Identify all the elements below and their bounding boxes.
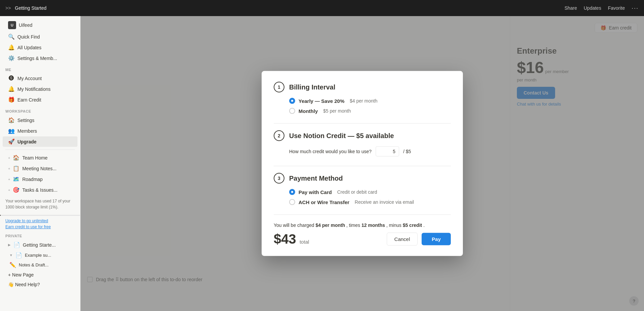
payment-ach-radio[interactable] xyxy=(289,199,295,205)
plus-icon2: + xyxy=(8,167,10,171)
summary-mid2: , minus xyxy=(386,223,403,228)
sidebar-item-team-home[interactable]: + 🏠 Team Home xyxy=(3,152,77,163)
sidebar-item-meeting-notes[interactable]: + 📋 Meeting Notes... xyxy=(3,163,77,174)
topbar-right: Share Updates Favorite ··· xyxy=(565,5,639,12)
summary-text: You will be charged $4 per month , times… xyxy=(274,222,451,229)
pay-button[interactable]: Pay xyxy=(422,233,451,245)
billing-monthly-radio[interactable] xyxy=(289,108,295,114)
total-label: total xyxy=(300,239,309,245)
payment-options: Pay with Card Credit or debit card ACH o… xyxy=(274,189,451,205)
favorite-button[interactable]: Favorite xyxy=(608,5,625,11)
sidebar-item-my-account[interactable]: 🅢 My Account xyxy=(3,73,77,83)
storage-progress xyxy=(0,215,80,216)
divider3 xyxy=(274,214,451,215)
workspace-name[interactable]: U Uifeed xyxy=(3,19,77,31)
sidebar-item-upgrade[interactable]: 🚀 Upgrade xyxy=(3,136,77,147)
summary-mid1: , times xyxy=(346,223,362,228)
step2-title: Use Notion Credit — $5 available xyxy=(289,132,394,139)
payment-ach-option[interactable]: ACH or Wire Transfer Receive an invoice … xyxy=(289,199,451,205)
sidebar-label-getting-started: Getting Starte... xyxy=(23,242,56,248)
updates-icon: 🔔 xyxy=(8,44,15,51)
page-title: Getting Started xyxy=(15,5,46,11)
payment-card-radio[interactable] xyxy=(289,189,295,195)
modal-actions: Cancel Pay xyxy=(387,233,451,246)
sidebar-label-my-account: My Account xyxy=(17,76,42,81)
home-icon: 🏠 xyxy=(8,117,15,123)
more-options-button[interactable]: ··· xyxy=(632,5,639,12)
sidebar-item-tasks[interactable]: + 🎯 Tasks & Issues... xyxy=(3,185,77,195)
triangle-icon2: ▼ xyxy=(9,253,13,257)
sidebar-label-members: Members xyxy=(17,128,37,134)
billing-options: Yearly — Save 20% $4 per month Monthly $… xyxy=(274,98,451,114)
workspace-label: Uifeed xyxy=(19,22,32,28)
sidebar-item-settings[interactable]: 🏠 Settings xyxy=(3,115,77,125)
sidebar-label-upgrade: Upgrade xyxy=(17,139,37,144)
account-icon: 🅢 xyxy=(8,75,15,81)
step1-title: Billing Interval xyxy=(289,83,335,91)
earn-credit-link[interactable]: Earn credit to use for free xyxy=(0,224,80,230)
billing-yearly-option[interactable]: Yearly — Save 20% $4 per month xyxy=(289,98,451,104)
billing-monthly-sub: $5 per month xyxy=(323,108,351,114)
sidebar-label-roadmap: Roadmap xyxy=(22,177,43,182)
step1-header: 1 Billing Interval xyxy=(274,82,451,92)
new-page-label: + New Page xyxy=(8,272,34,277)
updates-button[interactable]: Updates xyxy=(584,5,601,11)
rocket-icon: 🚀 xyxy=(8,138,15,145)
step1-circle: 1 xyxy=(274,82,284,92)
page-icon: 📄 xyxy=(13,242,20,248)
share-button[interactable]: Share xyxy=(565,5,577,11)
need-help-label: 👋 Need Help? xyxy=(8,282,40,287)
sidebar-label-meeting-notes: Meeting Notes... xyxy=(22,166,56,171)
step2-circle: 2 xyxy=(274,130,284,141)
divider xyxy=(5,149,75,150)
main-layout: U Uifeed 🔍 Quick Find 🔔 All Updates ⚙️ S… xyxy=(0,16,644,311)
roadmap-icon: 🗺️ xyxy=(13,176,19,182)
sidebar-item-roadmap[interactable]: + 🗺️ Roadmap xyxy=(3,174,77,184)
payment-card-sub: Credit or debit card xyxy=(337,189,377,195)
summary-credit: $5 credit xyxy=(403,223,422,228)
payment-ach-label: ACH or Wire Transfer xyxy=(299,199,350,205)
billing-yearly-sub: $4 per month xyxy=(350,98,378,104)
topbar: >> Getting Started Share Updates Favorit… xyxy=(0,0,644,16)
summary-prefix: You will be charged xyxy=(274,223,316,228)
sidebar-item-all-updates[interactable]: 🔔 All Updates xyxy=(3,42,77,53)
billing-monthly-label: Monthly xyxy=(299,108,318,114)
credit-question: How much credit would you like to use? xyxy=(289,149,372,154)
plus-icon: + xyxy=(8,156,10,160)
billing-monthly-option[interactable]: Monthly $5 per month xyxy=(289,108,451,114)
sidebar-label-my-notifications: My Notifications xyxy=(17,86,51,92)
payment-card-option[interactable]: Pay with Card Credit or debit card xyxy=(289,189,451,195)
sidebar-label-team-home: Team Home xyxy=(22,155,47,161)
cancel-button[interactable]: Cancel xyxy=(387,233,418,246)
billing-yearly-radio[interactable] xyxy=(289,98,295,104)
settings-icon: ⚙️ xyxy=(8,55,15,61)
sidebar-item-settings-members[interactable]: ⚙️ Settings & Memb... xyxy=(3,53,77,63)
sidebar-item-getting-started[interactable]: ▶ 📄 Getting Starte... xyxy=(3,240,77,250)
sidebar-item-members[interactable]: 👥 Members xyxy=(3,126,77,136)
pencil-icon: ✏️ xyxy=(9,262,16,268)
upgrade-link[interactable]: Upgrade to go unlimited xyxy=(0,218,80,224)
storage-progress-bar xyxy=(0,215,1,216)
workspace-icon: U xyxy=(8,21,16,29)
summary-end: . xyxy=(423,223,425,228)
credit-amount-input[interactable] xyxy=(376,146,399,157)
need-help-button[interactable]: 👋 Need Help? xyxy=(3,280,77,289)
sidebar-item-example-sub[interactable]: ▼ 📄 Example su... xyxy=(0,250,80,260)
meeting-notes-icon: 📋 xyxy=(13,165,19,172)
plus-icon4: + xyxy=(8,188,10,192)
sidebar-label-settings: Settings xyxy=(17,118,35,123)
sidebar: U Uifeed 🔍 Quick Find 🔔 All Updates ⚙️ S… xyxy=(0,16,80,311)
page-icon2: 📄 xyxy=(15,252,22,258)
sidebar-item-earn-credit[interactable]: 🎁 Earn Credit xyxy=(3,95,77,105)
expand-icon[interactable]: >> xyxy=(5,5,11,11)
new-page-button[interactable]: + New Page xyxy=(3,270,77,279)
topbar-left: >> Getting Started xyxy=(5,5,47,11)
sidebar-item-my-notifications[interactable]: 🔔 My Notifications xyxy=(3,84,77,94)
section-private: PRIVATE xyxy=(0,230,80,239)
billing-yearly-label: Yearly — Save 20% xyxy=(299,98,344,104)
sidebar-item-notes-drafts[interactable]: ✏️ Notes & Draft... xyxy=(0,260,80,270)
sidebar-item-quick-find[interactable]: 🔍 Quick Find xyxy=(3,32,77,42)
divider2 xyxy=(274,166,451,166)
step2-header: 2 Use Notion Credit — $5 available xyxy=(274,130,451,141)
main-content: 🎁 Earn credit Enterprise $16 per memberp… xyxy=(80,16,644,311)
